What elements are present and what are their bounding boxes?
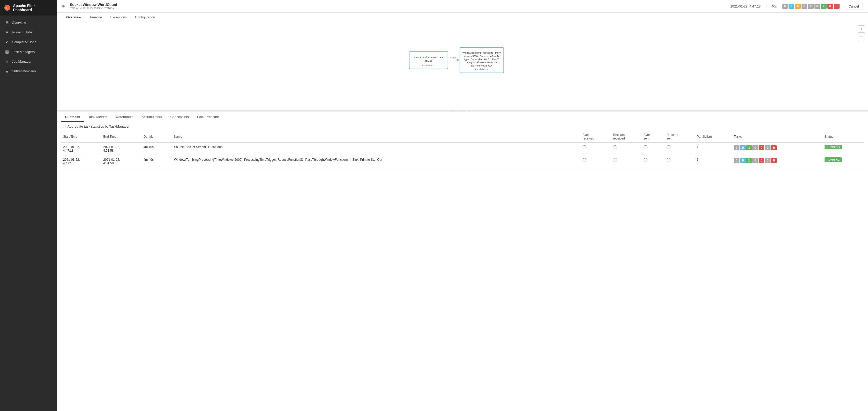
badge-finished: 0: [808, 4, 814, 9]
sidebar-item-running-jobs[interactable]: ≡Running Jobs: [0, 27, 57, 37]
sidebar-item-job-manager[interactable]: ≡Job Manager: [0, 57, 57, 66]
table-header-row: Start Time End Time Duration Name Bytesr…: [61, 131, 864, 143]
bottom-panel: Subtasks Task Metrics Watermarks Accumul…: [57, 112, 868, 411]
aggregate-checkbox-label[interactable]: Aggregate task statistics by TaskManager: [67, 124, 130, 128]
sidebar-icon-task-managers: ▦: [5, 50, 9, 54]
main-tabs: Overview Timeline Exceptions Configurati…: [57, 13, 868, 22]
zoom-in-button[interactable]: +: [858, 25, 865, 33]
cell-records-received: [611, 155, 642, 168]
badge-canceled: 0: [827, 4, 833, 9]
spinner-records-received: [613, 145, 617, 149]
th-name: Name: [172, 131, 581, 143]
spinner-records-sent: [666, 145, 671, 149]
status-badges: 0 0 0 0 0 0 2 0 0: [782, 4, 840, 9]
job-datetime: 2021-01-22, 4:47:18: [731, 4, 761, 8]
job-meta: 2021-01-22, 4:47:18 4m 40s 0 0 0 0 0 0 2…: [731, 3, 863, 10]
task-badge-finished: 0: [752, 145, 758, 150]
spinner-records-received-2: [613, 158, 617, 162]
resize-handle[interactable]: · · · · · · · · ·: [57, 110, 868, 112]
sub-tab-subtasks[interactable]: Subtasks: [61, 112, 84, 122]
job-graph-area: + − Source: Socket Stream -> Fl at Map P…: [57, 22, 868, 110]
sidebar-icon-overview: ⊞: [5, 20, 9, 25]
spinner-bytes-sent-2: [644, 158, 648, 162]
badge-running: 2: [821, 4, 827, 9]
th-bytes-received: Bytesreceived: [580, 131, 611, 143]
job-title: Socket Window WordCount: [70, 3, 117, 7]
th-records-received: Recordsreceived: [611, 131, 642, 143]
cell-status: RUNNING: [823, 155, 864, 168]
cell-status: RUNNING: [823, 143, 864, 155]
th-tasks: Tasks: [732, 131, 822, 143]
sidebar-item-overview[interactable]: ⊞Overview: [0, 18, 57, 27]
svg-text:nk: Print to Std. Out: nk: Print to Std. Out: [471, 64, 492, 67]
content-area: + − Source: Socket Stream -> Fl at Map P…: [57, 22, 868, 411]
table-row: 2021-01-22,4:47:18 2021-01-22,4:51:58 4m…: [61, 143, 864, 155]
task-badge-failed-2: 0: [771, 158, 777, 163]
sidebar-label-submit-job: Submit new Job: [12, 69, 36, 73]
job-status-indicator: [62, 5, 65, 7]
sub-tab-back-pressure[interactable]: Back Pressure: [193, 112, 223, 122]
spinner-bytes-received-2: [583, 158, 587, 162]
table-row: 2021-01-22,4:47:18 2021-01-22,4:51:58 4m…: [61, 155, 864, 168]
svg-text:igger, ReduceFunction$1, PassT: igger, ReduceFunction$1, PassT: [464, 58, 499, 61]
sub-tab-watermarks[interactable]: Watermarks: [111, 112, 137, 122]
cell-parallelism: 1: [695, 155, 732, 168]
badge-running-wait: 0: [802, 4, 807, 9]
svg-text:Parallelism: 1: Parallelism: 1: [422, 64, 435, 67]
edge-label: HASH: [450, 56, 457, 59]
sub-tab-task-metrics[interactable]: Task Metrics: [84, 112, 111, 122]
cancel-button[interactable]: Cancel: [845, 3, 863, 10]
status-badge-running-2: RUNNING: [825, 157, 842, 162]
topbar: Socket Window WordCount f036aeb4cf7d8df3…: [57, 0, 868, 13]
badge-scheduled: 0: [788, 4, 794, 9]
cell-tasks: 0 0 1 0 0 0 0: [732, 143, 822, 155]
cell-tasks: 0 0 1 0 0 0 0: [732, 155, 822, 168]
sub-tab-accumulators[interactable]: Accumulators: [137, 112, 166, 122]
sidebar-item-completed-jobs[interactable]: ✓Completed Jobs: [0, 37, 57, 47]
task-badge-running: 1: [746, 145, 752, 150]
aggregate-checkbox-row: Aggregate task statistics by TaskManager: [61, 122, 864, 131]
tab-exceptions[interactable]: Exceptions: [106, 13, 131, 22]
task-badge-canceled-2: 0: [758, 158, 764, 163]
task-badges: 0 0 1 0 0 0 0: [734, 145, 820, 150]
sidebar-label-task-managers: Task Managers: [12, 50, 35, 54]
aggregate-checkbox-input[interactable]: [62, 125, 65, 128]
table-area: Aggregate task statistics by TaskManager…: [57, 122, 868, 411]
sub-tab-checkpoints[interactable]: Checkpoints: [166, 112, 193, 122]
sidebar-icon-job-manager: ≡: [5, 59, 9, 64]
task-badges-row2-2: 0 0: [765, 158, 777, 163]
spinner-bytes-received: [583, 145, 587, 149]
svg-text:at Map: at Map: [425, 60, 432, 62]
flink-logo: F: [4, 4, 10, 11]
sidebar-label-running-jobs: Running Jobs: [12, 30, 33, 34]
task-badge-failed: 0: [771, 145, 777, 150]
subtasks-table: Start Time End Time Duration Name Bytesr…: [61, 131, 864, 168]
task-badge-running-2: 1: [746, 158, 752, 163]
task-badge-scheduled: 0: [740, 145, 746, 150]
sub-tabs: Subtasks Task Metrics Watermarks Accumul…: [57, 112, 868, 122]
sidebar-label-completed-jobs: Completed Jobs: [12, 40, 36, 44]
svg-text:indows(5000), ProcessingTimeTr: indows(5000), ProcessingTimeTr: [464, 55, 499, 57]
tab-configuration[interactable]: Configuration: [131, 13, 159, 22]
svg-text:Source: Socket Stream -> Fl: Source: Socket Stream -> Fl: [413, 56, 443, 59]
graph-svg: Source: Socket Stream -> Fl at Map Paral…: [57, 22, 868, 110]
cell-start-time: 2021-01-22,4:47:18: [61, 143, 101, 155]
status-badge-running: RUNNING: [825, 145, 842, 149]
th-records-sent: Recordssent: [664, 131, 695, 143]
task-badges-row1-2: 0 0 1 0 0: [734, 158, 764, 163]
tab-overview[interactable]: Overview: [62, 13, 85, 22]
sidebar-icon-running-jobs: ≡: [5, 30, 9, 34]
task-badge-created-2: 0: [734, 158, 740, 163]
cell-duration: 4m 40s: [142, 155, 172, 168]
cell-records-sent: [664, 155, 695, 168]
cell-bytes-received: [580, 155, 611, 168]
svg-text:hroughWindowFunction) -> Si: hroughWindowFunction) -> Si: [466, 61, 497, 64]
tab-timeline[interactable]: Timeline: [85, 13, 106, 22]
cell-duration: 4m 40s: [142, 143, 172, 155]
sidebar-icon-submit-job: ▲: [5, 69, 9, 73]
svg-text:Window(TumblingProcessingTimeW: Window(TumblingProcessingTimeW: [462, 52, 501, 54]
main-content: Socket Window WordCount f036aeb4cf7d8df3…: [57, 0, 868, 411]
sidebar-item-task-managers[interactable]: ▦Task Managers: [0, 47, 57, 57]
sidebar-item-submit-job[interactable]: ▲Submit new Job: [0, 66, 57, 76]
zoom-out-button[interactable]: −: [858, 33, 865, 40]
